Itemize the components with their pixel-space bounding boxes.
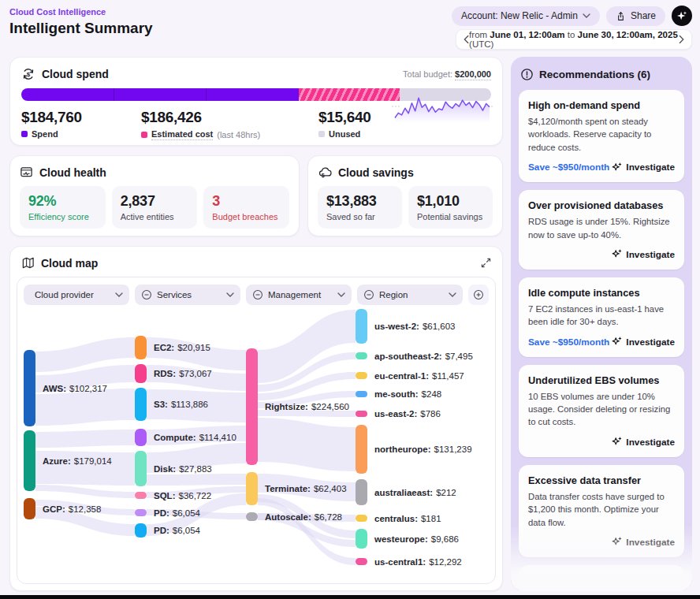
recommendation-title: Over provisioned databases — [528, 199, 675, 211]
sankey-node-westeurope[interactable] — [356, 529, 367, 549]
savings-estimate-link[interactable]: Save ~$950/month — [528, 162, 609, 173]
sankey-node-label: Rightsize:$224,560 — [265, 402, 349, 411]
chevron-down-icon — [115, 292, 123, 297]
sankey-link-azure-compute — [35, 430, 135, 448]
sankey-node-disk[interactable] — [135, 451, 147, 486]
sankey-node-mesouth[interactable] — [356, 391, 367, 397]
chevron-down-icon — [449, 292, 456, 297]
sankey-node-useast2[interactable] — [356, 411, 367, 417]
recommendation-title: High on-demand spend — [528, 99, 675, 111]
filter-dropdown-services[interactable]: Services — [135, 285, 240, 305]
sankey-node-australiaeast[interactable] — [356, 479, 367, 505]
filter-dropdown-region[interactable]: Region — [357, 285, 463, 305]
sankey-node-uswest2[interactable] — [356, 309, 367, 344]
minus-circle-icon[interactable] — [141, 289, 152, 300]
spend-sparkline-chart — [392, 89, 493, 127]
recommendation-body: RDS usage is under 15%. Rightsize now to… — [528, 215, 675, 241]
sparkle-icon — [612, 162, 622, 173]
sparkle-icon — [676, 10, 687, 21]
recommendation-list: High on-demand spend$4,120/month spent o… — [519, 90, 684, 591]
svg-text:$: $ — [322, 173, 325, 179]
sankey-node-terminate[interactable] — [246, 472, 258, 505]
savings-estimate-link[interactable]: Save ~$950/month — [528, 337, 609, 348]
svg-text:$: $ — [27, 71, 31, 78]
filter-label: Management — [268, 290, 337, 300]
sankey-node-azure[interactable] — [24, 430, 35, 491]
minus-circle-icon[interactable] — [363, 289, 374, 300]
sankey-node-label: EC2:$20,915 — [154, 343, 210, 352]
sankey-link-azure-sql — [35, 485, 135, 498]
potential-savings-stat: $1,010Potential savings — [408, 186, 493, 229]
cloud-spend-title: Cloud spend — [42, 68, 109, 80]
share-icon — [616, 11, 626, 21]
sankey-node-uscentral1[interactable] — [356, 558, 367, 565]
chevron-down-icon — [337, 292, 345, 297]
total-budget: Total budget: $200,000 — [403, 69, 491, 79]
account-selector[interactable]: Account: New Relic - Admin — [452, 6, 600, 26]
sankey-node-apse2[interactable] — [356, 352, 367, 359]
filter-label: Cloud provider — [35, 290, 115, 300]
sankey-node-sql[interactable] — [135, 492, 147, 499]
sankey-node-rds[interactable] — [135, 364, 147, 383]
sankey-node-northeurope[interactable] — [356, 425, 367, 474]
sankey-node-aws[interactable] — [24, 350, 35, 426]
filter-dropdown-cloud-provider[interactable]: Cloud provider — [24, 285, 129, 305]
estimated-cost-stat: $186,426 Estimated cost(last 48hrs) — [141, 109, 318, 140]
investigate-button[interactable]: Investigate — [612, 537, 675, 548]
cloud-map-title: Cloud map — [41, 257, 98, 270]
sankey-node-rightsize[interactable] — [246, 348, 258, 465]
sankey-node-ec2[interactable] — [135, 336, 147, 359]
header-actions: Account: New Relic - Admin Share — [452, 6, 692, 26]
investigate-button[interactable]: Investigate — [612, 162, 675, 173]
sankey-node-s3[interactable] — [135, 388, 147, 421]
recommendation-body: Data transfer costs have surged to $1,20… — [528, 490, 675, 529]
recommendations-title: Recommendations (6) — [539, 69, 650, 80]
sankey-node-compute[interactable] — [135, 429, 147, 446]
sankey-node-pd2[interactable] — [135, 523, 147, 538]
sparkle-icon — [612, 437, 622, 447]
chevron-right-icon[interactable] — [679, 35, 684, 44]
add-filter-button[interactable] — [468, 285, 489, 305]
sankey-node-eucentral1[interactable] — [356, 372, 367, 379]
date-range-picker[interactable]: from June 01, 12:00am to June 30, 12:00a… — [456, 29, 692, 50]
minus-circle-icon[interactable] — [252, 289, 263, 300]
investigate-button[interactable]: Investigate — [612, 249, 675, 260]
sankey-chart: AWS:$102,317Azure:$179,014GCP:$12,358EC2… — [19, 304, 495, 582]
recommendation-card: Excessive data transferData transfer cos… — [519, 465, 684, 557]
investigate-label: Investigate — [626, 437, 675, 448]
filter-dropdown-management[interactable]: Management — [246, 285, 352, 305]
total-budget-value: $200,000 — [455, 69, 491, 80]
sankey-node-centralus[interactable] — [356, 515, 367, 522]
recommendation-body: 7 EC2 instances in us-east-1 have been i… — [528, 303, 675, 329]
bar-divider — [114, 88, 114, 101]
sankey-node-label: Terminate:$62,403 — [265, 484, 347, 493]
recommendation-title: Idle compute instances — [528, 287, 675, 299]
investigate-label: Investigate — [626, 162, 675, 173]
share-button[interactable]: Share — [606, 6, 665, 26]
cloud-savings-title: Cloud savings — [338, 166, 414, 179]
efficiency-score-stat: 92%Efficiency score — [20, 186, 106, 229]
recommendation-title: Underutilized EBS volumes — [528, 374, 675, 386]
sankey-node-label: us-central1:$12,292 — [374, 557, 462, 567]
screen-edge — [0, 595, 700, 599]
page-title: Intelligent Summary — [9, 20, 153, 37]
spend-swatch — [21, 131, 28, 137]
investigate-button[interactable]: Investigate — [612, 337, 675, 348]
investigate-button[interactable]: Investigate — [612, 437, 675, 448]
sankey-node-pd1[interactable] — [135, 509, 147, 516]
sankey-node-autoscale[interactable] — [246, 512, 258, 521]
sankey-node-label: northeurope:$131,239 — [374, 445, 472, 454]
ai-assistant-button[interactable] — [672, 6, 692, 26]
investigate-label: Investigate — [626, 537, 675, 548]
sankey-node-label: centralus:$181 — [374, 514, 441, 523]
saved-so-far-stat: $13,883Saved so far — [318, 186, 402, 229]
recommendation-card: Underutilized EBS volumes10 EBS volumes … — [519, 365, 684, 457]
unused-swatch — [318, 131, 325, 137]
breadcrumb[interactable]: Cloud Cost Intelligence — [9, 7, 106, 17]
expand-icon[interactable] — [481, 258, 491, 268]
sankey-node-label: Autoscale:$6,728 — [265, 512, 342, 522]
sankey-node-label: me-south:$248 — [374, 389, 441, 399]
filter-label: Services — [157, 290, 226, 300]
sankey-node-gcp[interactable] — [24, 498, 35, 519]
chevron-left-icon[interactable] — [464, 35, 469, 44]
